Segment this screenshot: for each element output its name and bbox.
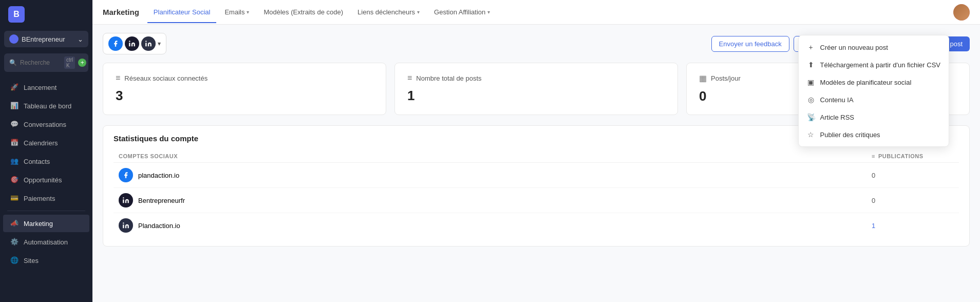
social-icon-linkedin1[interactable] — [125, 36, 139, 51]
stat-icon-jour: ▦ — [699, 73, 707, 83]
feedback-button[interactable]: Envoyer un feedback — [711, 36, 789, 52]
sidebar-label-tableau: Tableau de bord — [24, 102, 71, 110]
dropdown-telechargement-csv[interactable]: ⬆ Téléchargement à partir d'un fichier C… — [799, 56, 949, 73]
sidebar-label-contacts: Contacts — [24, 158, 50, 165]
sidebar-logo: B — [0, 0, 92, 29]
workspace-chevron-icon: ⌄ — [78, 35, 83, 43]
stat-value-reseaux: 3 — [116, 88, 373, 104]
tab-label-planificateur: Planificateur Social — [154, 8, 211, 16]
tab-label-liens: Liens déclencheurs — [357, 8, 415, 16]
sidebar-item-marketing[interactable]: 📣 Marketing — [3, 215, 89, 232]
social-icons-chevron-button[interactable]: ▾ — [158, 40, 161, 47]
dropdown-label-rss: Article RSS — [820, 114, 854, 121]
table-row: Bentrepreneurfr 0 — [114, 188, 959, 213]
affiliation-chevron-icon: ▾ — [487, 9, 490, 15]
csv-icon: ⬆ — [807, 61, 815, 69]
dropdown-modeles-planificateur[interactable]: ▣ Modèles de planificateur social — [799, 73, 949, 91]
tableau-icon: 📊 — [10, 102, 18, 110]
tab-gestion-affiliation[interactable]: Gestion Affiliation ▾ — [428, 1, 496, 23]
sidebar-label-automatisation: Automatisation — [24, 238, 68, 246]
tab-label-emails: Emails — [224, 8, 244, 16]
sidebar-item-tableau-de-bord[interactable]: 📊 Tableau de bord — [3, 97, 89, 115]
dropdown-label-critiques: Publier des critiques — [820, 131, 880, 139]
modeles-icon: ▣ — [807, 78, 815, 86]
sidebar-item-lancement[interactable]: 🚀 Lancement — [3, 79, 89, 96]
search-bar[interactable]: 🔍 ctrl K + — [4, 53, 88, 72]
page-title: Marketing — [103, 8, 139, 16]
dropdown-contenu-ia[interactable]: ◎ Contenu IA — [799, 91, 949, 108]
sidebar: B BEntrepreneur ⌄ 🔍 ctrl K + 🚀 Lancement… — [0, 0, 92, 302]
contacts-icon: 👥 — [10, 157, 18, 165]
pubs-plandaction: 0 — [872, 172, 954, 179]
workspace-selector[interactable]: BEntrepreneur ⌄ — [4, 31, 88, 47]
social-icon-linkedin2[interactable] — [141, 36, 156, 51]
search-shortcut: ctrl K — [64, 56, 75, 69]
svg-point-1 — [145, 41, 146, 42]
app-logo: B — [8, 6, 25, 23]
sidebar-label-opportunites: Opportunités — [24, 176, 62, 184]
search-icon: 🔍 — [9, 59, 17, 66]
sidebar-label-conversations: Conversations — [24, 121, 66, 128]
tab-liens-declencheurs[interactable]: Liens déclencheurs ▾ — [351, 1, 426, 23]
sidebar-label-calendriers: Calendriers — [24, 139, 58, 147]
add-button[interactable]: + — [78, 59, 86, 67]
top-nav: Marketing Planificateur Social Emails ▾ … — [92, 0, 980, 25]
sidebar-item-calendriers[interactable]: 📅 Calendriers — [3, 134, 89, 152]
svg-point-2 — [123, 197, 124, 198]
pubs-bentrepreneur: 0 — [872, 197, 954, 204]
sidebar-label-paiements: Paiements — [24, 195, 55, 202]
dropdown-label-creer-post: Créer un nouveau post — [820, 44, 888, 51]
tab-modeles[interactable]: Modèles (Extraits de code) — [257, 1, 349, 23]
automatisation-icon: ⚙️ — [10, 238, 18, 246]
sidebar-divider — [7, 211, 85, 211]
account-label-bentrepreneur: Bentrepreneurfr — [138, 197, 185, 204]
avatar-bentrepreneur — [119, 193, 133, 207]
calendriers-icon: 📅 — [10, 139, 18, 147]
stat-label-reseaux: ≡ Réseaux sociaux connectés — [116, 73, 373, 83]
liens-chevron-icon: ▾ — [417, 9, 420, 15]
dropdown-creer-post[interactable]: + Créer un nouveau post — [799, 39, 949, 56]
stat-label-text-posts: Nombre total de posts — [416, 74, 481, 82]
user-avatar — [953, 4, 970, 21]
sidebar-label-marketing: Marketing — [24, 220, 53, 228]
table-header: COMPTES SOCIAUX ≡ PUBLICATIONS — [114, 150, 959, 163]
dropdown-article-rss[interactable]: 📡 Article RSS — [799, 108, 949, 126]
lancement-icon: 🚀 — [10, 83, 18, 91]
dropdown-label-csv: Téléchargement à partir d'un fichier CSV — [820, 61, 940, 69]
tab-label-affiliation: Gestion Affiliation — [434, 8, 485, 16]
user-avatar-container[interactable] — [953, 4, 970, 21]
tab-emails[interactable]: Emails ▾ — [218, 1, 255, 23]
account-name-plandaction2: Plandaction.io — [119, 218, 872, 233]
avatar-plandaction — [119, 168, 133, 182]
search-input[interactable] — [20, 59, 61, 66]
sidebar-item-paiements[interactable]: 💳 Paiements — [3, 190, 89, 207]
workspace-name: BEntrepreneur — [22, 35, 65, 43]
svg-point-0 — [129, 41, 130, 42]
dropdown-publier-critiques[interactable]: ☆ Publier des critiques — [799, 126, 949, 143]
sidebar-item-conversations[interactable]: 💬 Conversations — [3, 116, 89, 133]
stat-card-reseaux: ≡ Réseaux sociaux connectés 3 — [103, 63, 386, 115]
marketing-icon: 📣 — [10, 219, 18, 228]
stat-value-posts: 1 — [407, 88, 665, 104]
social-icon-facebook[interactable] — [108, 36, 123, 51]
critiques-icon: ☆ — [807, 130, 815, 139]
social-icons-bar: ▾ — [103, 33, 166, 54]
header-publications: ≡ PUBLICATIONS — [872, 153, 954, 159]
account-name-plandaction: plandaction.io — [119, 168, 872, 182]
tab-planificateur-social[interactable]: Planificateur Social — [147, 1, 217, 23]
sidebar-item-automatisation[interactable]: ⚙️ Automatisation — [3, 233, 89, 251]
account-name-bentrepreneur: Bentrepreneurfr — [119, 193, 872, 207]
emails-chevron-icon: ▾ — [247, 9, 249, 15]
sidebar-nav: 🚀 Lancement 📊 Tableau de bord 💬 Conversa… — [0, 76, 92, 302]
dropdown-label-modeles: Modèles de planificateur social — [820, 79, 912, 86]
dropdown-label-ia: Contenu IA — [820, 96, 854, 104]
sidebar-item-contacts[interactable]: 👥 Contacts — [3, 153, 89, 170]
paiements-icon: 💳 — [10, 194, 18, 202]
conversations-icon: 💬 — [10, 120, 18, 128]
sites-icon: 🌐 — [10, 256, 18, 265]
sidebar-item-sites[interactable]: 🌐 Sites — [3, 252, 89, 269]
stat-label-posts: ≡ Nombre total de posts — [407, 73, 665, 83]
opportunites-icon: 🎯 — [10, 176, 18, 184]
sidebar-item-opportunites[interactable]: 🎯 Opportunités — [3, 171, 89, 188]
ia-icon: ◎ — [807, 96, 815, 104]
